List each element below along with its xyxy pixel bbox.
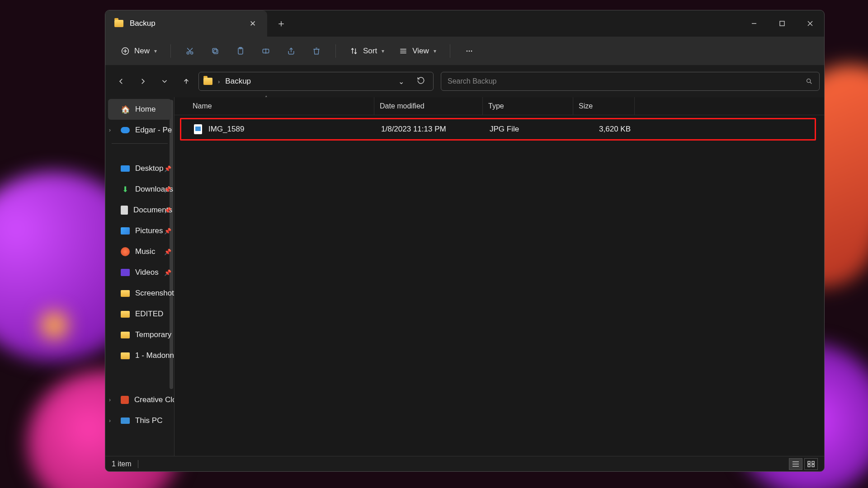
column-name[interactable]: ˄Name [175, 97, 374, 115]
search-input[interactable] [448, 77, 806, 85]
file-row[interactable]: IMG_1589 1/8/2023 11:13 PM JPG File 3,62… [180, 118, 816, 141]
folder-icon [121, 290, 130, 297]
video-icon [121, 269, 130, 276]
sidebar-item-madonna[interactable]: 1 - Madonna [105, 345, 174, 366]
share-button[interactable] [280, 43, 302, 59]
sidebar-item-this-pc[interactable]: ›This PC [105, 410, 174, 431]
file-list-pane: ˄Name Date modified Type Size IMG_1589 1… [174, 97, 824, 456]
sidebar-label: Temporary [135, 330, 171, 339]
chevron-down-icon: ▾ [382, 48, 384, 54]
sidebar-item-desktop[interactable]: Desktop📌 [105, 158, 174, 179]
music-icon [121, 247, 130, 256]
sidebar-item-videos[interactable]: Videos📌 [105, 262, 174, 283]
back-button[interactable] [112, 72, 131, 91]
column-type[interactable]: Type [483, 97, 573, 115]
svg-point-27 [471, 50, 472, 52]
sort-label: Sort [363, 47, 377, 56]
address-bar[interactable]: › Backup ⌄ [198, 72, 434, 91]
search-box[interactable] [441, 72, 820, 91]
more-button[interactable] [458, 43, 480, 59]
file-type: JPG File [484, 125, 575, 134]
close-tab-button[interactable]: ✕ [247, 19, 258, 28]
jpg-file-icon [194, 124, 202, 134]
close-window-button[interactable] [796, 10, 824, 37]
new-label: New [134, 47, 150, 56]
new-tab-button[interactable]: ＋ [267, 10, 295, 37]
sidebar-item-temporary[interactable]: Temporary [105, 324, 174, 345]
details-view-button[interactable] [789, 458, 802, 470]
chevron-right-icon[interactable]: › [109, 127, 111, 133]
address-dropdown-button[interactable]: ⌄ [395, 77, 408, 86]
paste-button[interactable] [230, 43, 251, 59]
up-button[interactable] [177, 72, 196, 91]
copy-button[interactable] [204, 43, 226, 59]
maximize-button[interactable] [768, 10, 796, 37]
svg-rect-37 [812, 465, 814, 467]
forward-button[interactable] [133, 72, 152, 91]
svg-rect-34 [808, 461, 810, 464]
folder-icon [121, 311, 130, 318]
thumbnails-view-button[interactable] [804, 458, 818, 470]
chevron-right-icon[interactable]: › [109, 418, 111, 424]
pictures-icon [121, 227, 130, 235]
chevron-right-icon[interactable]: › [109, 397, 111, 403]
sidebar-item-screenshots[interactable]: Screenshots [105, 283, 174, 304]
view-label: View [412, 47, 429, 56]
folder-icon [203, 78, 212, 85]
pc-icon [121, 418, 130, 424]
sidebar-item-edited[interactable]: EDITED [105, 304, 174, 324]
view-button[interactable]: View ▾ [393, 43, 442, 59]
navigation-bar: › Backup ⌄ [105, 66, 824, 97]
svg-rect-36 [808, 465, 810, 467]
sort-button[interactable]: Sort ▾ [344, 43, 390, 59]
sidebar-item-creative-cloud[interactable]: ›Creative Cloud [105, 389, 174, 410]
document-icon [121, 206, 128, 215]
tab-backup[interactable]: Backup ✕ [105, 10, 267, 37]
desktop-icon [121, 165, 130, 172]
sidebar-label: Music [135, 247, 155, 256]
toolbar: New ▾ Sort ▾ View ▾ [105, 37, 824, 66]
svg-point-26 [468, 50, 470, 52]
home-icon: 🏠 [121, 105, 130, 113]
minimize-button[interactable] [740, 10, 768, 37]
cloud-icon [121, 127, 130, 133]
pin-icon: 📌 [164, 165, 171, 172]
svg-rect-12 [212, 48, 217, 52]
cut-button[interactable] [179, 43, 201, 59]
folder-icon [121, 332, 130, 338]
svg-rect-35 [812, 461, 814, 464]
svg-point-29 [807, 79, 811, 83]
breadcrumb-current[interactable]: Backup [225, 77, 251, 86]
refresh-button[interactable] [413, 76, 429, 86]
file-date: 1/8/2023 11:13 PM [376, 125, 484, 134]
sidebar-item-home[interactable]: 🏠 Home [108, 99, 171, 120]
download-icon: ⬇ [121, 185, 130, 193]
column-size[interactable]: Size [573, 97, 635, 115]
svg-line-30 [810, 82, 811, 84]
sidebar-item-music[interactable]: Music📌 [105, 241, 174, 262]
column-date[interactable]: Date modified [374, 97, 483, 115]
pin-icon: 📌 [164, 269, 171, 276]
sidebar-item-documents[interactable]: Documents📌 [105, 200, 174, 221]
status-bar: 1 item [105, 456, 824, 471]
explorer-window: Backup ✕ ＋ New ▾ Sort ▾ Vi [105, 10, 825, 472]
sidebar-label: Creative Cloud [134, 395, 174, 404]
sidebar-item-onedrive[interactable]: › Edgar - Pe [105, 120, 174, 141]
delete-button[interactable] [306, 43, 327, 59]
sidebar-item-downloads[interactable]: ⬇Downloads📌 [105, 179, 174, 200]
pin-icon: 📌 [164, 249, 171, 255]
tab-title: Backup [130, 19, 241, 28]
file-size: 3,620 KB [575, 125, 636, 134]
sidebar-item-pictures[interactable]: Pictures📌 [105, 221, 174, 241]
sidebar-label: Home [135, 105, 156, 114]
sidebar-label: 1 - Madonna [135, 351, 174, 360]
new-button[interactable]: New ▾ [115, 43, 162, 59]
sort-asc-icon: ˄ [265, 95, 268, 101]
pin-icon: 📌 [164, 207, 171, 214]
recent-button[interactable] [155, 72, 174, 91]
navigation-pane: 🏠 Home › Edgar - Pe Desktop📌 ⬇Downloads📌… [105, 97, 174, 456]
rename-button[interactable] [255, 43, 277, 59]
chevron-down-icon: ▾ [434, 48, 436, 54]
sidebar-label: Desktop [135, 164, 163, 173]
column-headers: ˄Name Date modified Type Size [175, 97, 824, 115]
